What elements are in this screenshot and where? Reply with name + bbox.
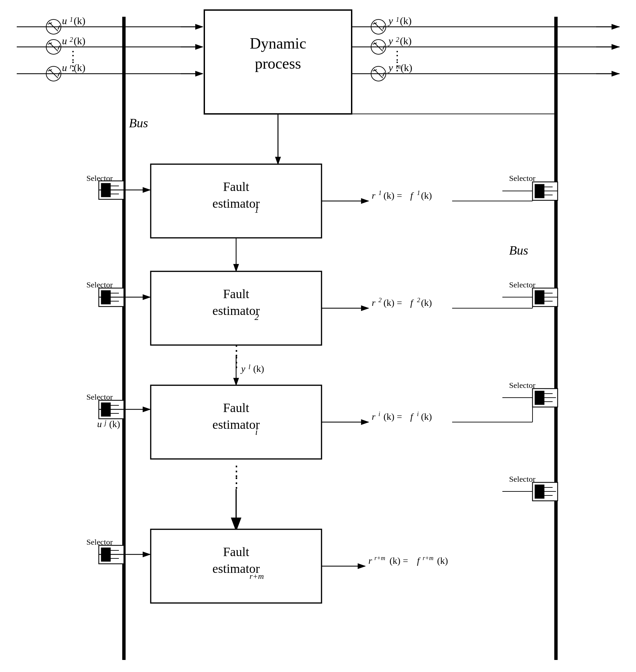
svg-text:r+m: r+m	[423, 555, 433, 561]
svg-rect-114	[535, 291, 544, 304]
svg-text:Fault: Fault	[223, 180, 250, 194]
svg-text:Fault: Fault	[223, 401, 250, 415]
svg-text:1: 1	[255, 205, 259, 215]
svg-line-12	[58, 25, 60, 29]
svg-text:r: r	[372, 190, 375, 201]
svg-line-16	[58, 45, 60, 50]
svg-text:r: r	[372, 411, 375, 422]
svg-text:m: m	[396, 63, 401, 70]
svg-text:r+m: r+m	[250, 572, 264, 580]
svg-text:(k) =: (k) =	[383, 297, 402, 308]
svg-text:2: 2	[69, 36, 73, 43]
svg-text:y: y	[387, 62, 393, 73]
svg-text:Selector: Selector	[86, 174, 113, 182]
svg-text:u: u	[97, 419, 102, 429]
svg-rect-157	[535, 485, 544, 498]
svg-text:(k): (k)	[437, 555, 448, 566]
svg-text:2: 2	[255, 312, 259, 322]
svg-text:f: f	[417, 555, 421, 566]
svg-text:⋮: ⋮	[230, 475, 243, 490]
svg-text:r: r	[69, 63, 72, 70]
bus-label-left: Bus	[129, 116, 148, 130]
svg-text:(k): (k)	[109, 419, 120, 429]
svg-text:(k) =: (k) =	[390, 555, 408, 566]
svg-text:f: f	[410, 190, 414, 201]
svg-text:(k): (k)	[401, 62, 412, 73]
svg-text:(k) =: (k) =	[383, 190, 402, 201]
svg-text:(k): (k)	[74, 15, 85, 26]
svg-text:l: l	[249, 363, 251, 371]
svg-text:f: f	[410, 297, 414, 308]
svg-text:(k): (k)	[400, 15, 412, 26]
svg-text:(k): (k)	[400, 35, 412, 46]
svg-text:1: 1	[396, 16, 399, 23]
svg-line-20	[58, 72, 60, 76]
svg-text:Selector: Selector	[509, 174, 536, 182]
svg-text:Selector: Selector	[509, 280, 536, 289]
svg-text:Selector: Selector	[86, 393, 113, 401]
svg-text:estimator: estimator	[212, 417, 260, 432]
svg-text:2: 2	[396, 36, 399, 43]
svg-line-48	[383, 45, 384, 50]
svg-text:(k): (k)	[421, 297, 432, 308]
svg-text:(k): (k)	[421, 411, 432, 422]
svg-line-44	[383, 25, 384, 29]
svg-text:Fault: Fault	[223, 287, 250, 301]
svg-text:1: 1	[417, 189, 420, 196]
svg-text:y: y	[387, 35, 393, 46]
svg-text:estimator: estimator	[212, 303, 260, 318]
svg-text:i: i	[417, 410, 419, 417]
svg-text:1: 1	[69, 16, 73, 23]
svg-text:y: y	[240, 363, 245, 374]
svg-text:(k) =: (k) =	[383, 411, 402, 422]
svg-text:(k): (k)	[74, 62, 85, 73]
svg-text:(k): (k)	[421, 190, 432, 201]
svg-text:r: r	[372, 297, 375, 308]
diagram-container: u 1 (k) u 2 (k) ⋮ ⋮ u r (k) Dynamic proc…	[0, 0, 636, 672]
svg-text:u: u	[62, 62, 67, 73]
bus-label-right: Bus	[509, 243, 528, 257]
svg-text:1: 1	[378, 189, 382, 196]
svg-text:Selector: Selector	[86, 538, 113, 546]
svg-text:i: i	[255, 427, 258, 437]
svg-text:(k): (k)	[253, 363, 264, 374]
svg-text:r: r	[369, 555, 372, 566]
svg-text:2: 2	[417, 296, 420, 303]
svg-text:i: i	[378, 410, 380, 417]
dynamic-process-label: Dynamic	[250, 35, 306, 52]
svg-text:(k): (k)	[74, 35, 85, 46]
svg-text:2: 2	[378, 296, 382, 303]
svg-text:estimator: estimator	[212, 196, 260, 210]
svg-text:u: u	[62, 15, 67, 26]
svg-text:Selector: Selector	[509, 475, 536, 483]
svg-rect-128	[535, 391, 544, 405]
svg-rect-86	[535, 184, 544, 198]
svg-text:f: f	[410, 411, 414, 422]
svg-text:Selector: Selector	[509, 381, 536, 390]
svg-text:j: j	[103, 419, 106, 427]
svg-text:process: process	[255, 55, 301, 72]
svg-text:Fault: Fault	[223, 545, 250, 559]
svg-text:Selector: Selector	[86, 280, 113, 289]
svg-text:y: y	[387, 15, 393, 26]
svg-text:r+m: r+m	[374, 555, 385, 561]
svg-text:u: u	[62, 35, 67, 46]
svg-line-52	[383, 72, 384, 76]
